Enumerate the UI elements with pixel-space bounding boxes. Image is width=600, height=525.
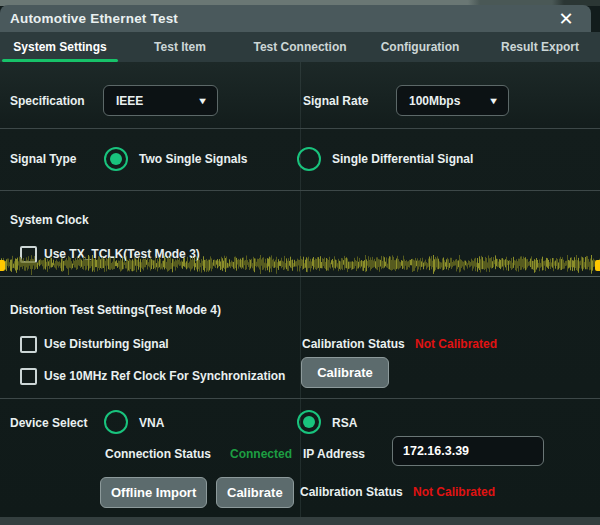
use-10mhz-ref-clock-label[interactable]: Use 10MHz Ref Clock For Synchronization	[44, 369, 285, 383]
button-label: Calibrate	[227, 485, 283, 500]
radio-single-differential-signal[interactable]	[297, 147, 321, 171]
specification-label: Specification	[10, 94, 85, 108]
tab-bar: System Settings Test Item Test Connectio…	[0, 32, 600, 62]
button-label: Calibrate	[317, 365, 373, 380]
radio-two-single-signals[interactable]	[104, 147, 128, 171]
radio-single-differential-signal-label[interactable]: Single Differential Signal	[332, 152, 473, 166]
system-clock-label: System Clock	[10, 213, 89, 227]
automotive-ethernet-test-dialog: Automotive Ethernet Test ✕ System Settin…	[0, 0, 600, 525]
radio-vna-label[interactable]: VNA	[139, 416, 164, 430]
connection-status-label: Connection Status	[105, 447, 211, 461]
distortion-calibrate-button[interactable]: Calibrate	[301, 357, 389, 388]
button-label: Offline Import	[111, 485, 196, 500]
waveform-left-marker	[0, 260, 5, 271]
connection-status-value: Connected	[230, 447, 292, 461]
specification-dropdown[interactable]: IEEE ▼	[103, 85, 218, 116]
device-calibration-status-value: Not Calibrated	[413, 485, 495, 499]
divider	[0, 128, 600, 129]
tab-result-export[interactable]: Result Export	[480, 32, 600, 62]
radio-rsa[interactable]	[297, 410, 321, 434]
signal-rate-dropdown[interactable]: 100Mbps ▼	[396, 85, 509, 116]
ip-address-input[interactable]	[392, 436, 544, 466]
use-disturbing-signal-label[interactable]: Use Disturbing Signal	[44, 337, 169, 351]
underlying-screen-bottom-strip	[0, 517, 600, 525]
divider	[0, 398, 600, 399]
use-disturbing-signal-checkbox[interactable]	[20, 336, 37, 353]
ip-address-label: IP Address	[303, 447, 365, 461]
offline-import-button[interactable]: Offline Import	[100, 477, 207, 508]
divider	[0, 190, 600, 191]
signal-rate-value: 100Mbps	[409, 94, 460, 108]
distortion-settings-label: Distortion Test Settings(Test Mode 4)	[10, 303, 221, 317]
close-icon[interactable]: ✕	[555, 8, 577, 30]
waveform-right-marker	[595, 260, 600, 271]
signal-rate-label: Signal Rate	[303, 94, 368, 108]
tab-label: Configuration	[381, 40, 460, 54]
tab-label: Test Item	[154, 40, 206, 54]
signal-type-label: Signal Type	[10, 152, 76, 166]
scope-waveform-strip	[0, 255, 600, 275]
tab-test-item[interactable]: Test Item	[120, 32, 240, 62]
center-divider	[300, 62, 301, 517]
dialog-title: Automotive Ethernet Test	[0, 11, 178, 26]
radio-rsa-label[interactable]: RSA	[332, 416, 357, 430]
specification-value: IEEE	[116, 94, 143, 108]
tab-configuration[interactable]: Configuration	[360, 32, 480, 62]
divider	[0, 276, 600, 277]
dialog-titlebar: Automotive Ethernet Test ✕	[0, 5, 591, 32]
chevron-down-icon: ▼	[197, 96, 208, 106]
tab-test-connection[interactable]: Test Connection	[240, 32, 360, 62]
distortion-calibration-status-value: Not Calibrated	[415, 337, 497, 351]
tab-label: Test Connection	[253, 40, 346, 54]
device-select-label: Device Select	[10, 416, 87, 430]
device-calibrate-button[interactable]: Calibrate	[216, 477, 294, 508]
tab-label: System Settings	[13, 40, 106, 54]
tab-label: Result Export	[501, 40, 579, 54]
radio-vna[interactable]	[104, 410, 128, 434]
radio-two-single-signals-label[interactable]: Two Single Signals	[139, 152, 247, 166]
tab-system-settings[interactable]: System Settings	[0, 32, 120, 62]
device-calibration-status-label: Calibration Status	[300, 485, 403, 499]
distortion-calibration-status-label: Calibration Status	[302, 337, 405, 351]
use-10mhz-ref-clock-checkbox[interactable]	[20, 368, 37, 385]
chevron-down-icon: ▼	[488, 96, 499, 106]
